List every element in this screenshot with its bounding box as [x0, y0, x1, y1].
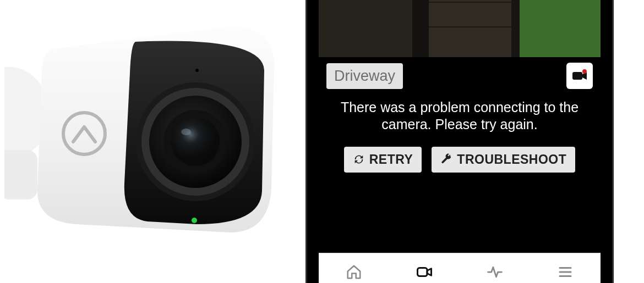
tab-video-label: Video	[408, 281, 441, 284]
svg-rect-23	[418, 268, 428, 276]
refresh-icon	[353, 153, 365, 165]
svg-rect-18	[429, 0, 511, 57]
svg-rect-13	[517, 0, 601, 57]
troubleshoot-button[interactable]: TROUBLESHOOT	[432, 147, 575, 173]
tab-activity[interactable]: Activity	[460, 253, 530, 283]
svg-point-8	[181, 129, 191, 135]
wrench-icon	[440, 153, 452, 165]
video-icon	[415, 264, 434, 280]
svg-rect-21	[572, 72, 582, 80]
tab-video[interactable]: Video	[389, 253, 460, 283]
tab-home[interactable]: Home	[319, 253, 389, 283]
product-camera-illustration	[4, 4, 291, 246]
phone-mockup: Driveway There was a problem connecting …	[305, 0, 614, 283]
menu-icon	[556, 264, 575, 280]
phone-screen: Driveway There was a problem connecting …	[319, 0, 601, 283]
tab-more[interactable]: More	[530, 253, 601, 283]
tab-home-label: Home	[338, 281, 370, 284]
home-icon	[345, 264, 363, 280]
tab-activity-label: Activity	[476, 281, 514, 284]
tab-more-label: More	[552, 281, 579, 284]
retry-button[interactable]: RETRY	[344, 147, 422, 173]
camera-name-chip[interactable]: Driveway	[326, 63, 403, 89]
svg-point-22	[582, 69, 587, 74]
camcorder-icon	[571, 67, 588, 85]
svg-point-7	[171, 118, 220, 166]
camera-stream-thumbnail	[319, 0, 601, 57]
connection-error-message: There was a problem connecting to the ca…	[319, 89, 601, 139]
activity-icon	[485, 264, 504, 280]
troubleshoot-label: TROUBLESHOOT	[457, 152, 566, 167]
bottom-tab-bar: Home Video Activity	[319, 253, 601, 283]
record-button[interactable]	[566, 63, 593, 89]
screen-spacer	[319, 178, 601, 253]
svg-rect-0	[4, 150, 37, 199]
svg-point-1	[195, 69, 199, 72]
svg-point-9	[192, 218, 197, 223]
retry-label: RETRY	[369, 152, 413, 167]
